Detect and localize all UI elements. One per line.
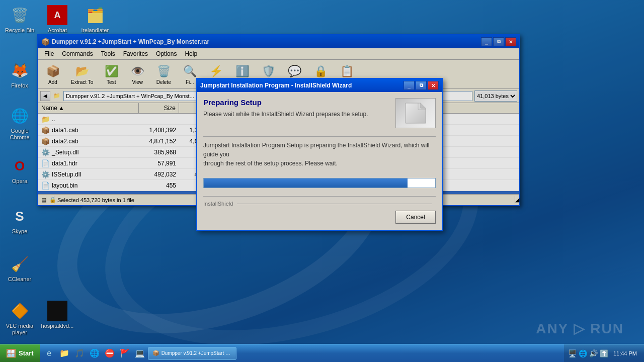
menu-favorites[interactable]: Favorites bbox=[119, 49, 152, 58]
progress-container bbox=[203, 178, 436, 188]
tray-volume-icon[interactable]: 🔊 bbox=[589, 349, 598, 357]
winrar-title: Dumpper v.91.2 +JumpStart + WinPcap_By M… bbox=[52, 38, 481, 45]
anyrun-watermark: ANY ▷ RUN bbox=[536, 320, 624, 337]
start-button[interactable]: 🪟 Start bbox=[0, 344, 40, 362]
cancel-button[interactable]: Cancel bbox=[395, 211, 436, 224]
desktop-icon-ccleaner[interactable]: 🧹 CCleaner bbox=[3, 254, 37, 283]
taskbar-folder-icon[interactable]: 📁 bbox=[57, 346, 71, 360]
file-icon: 📦 bbox=[41, 126, 50, 134]
protect-icon: 🔒 bbox=[312, 63, 329, 79]
file-icon: 📁 bbox=[41, 115, 50, 123]
file-icon: ⚙️ bbox=[41, 148, 50, 156]
nav-back-button[interactable]: ◀ bbox=[40, 91, 50, 101]
menu-help[interactable]: Help bbox=[181, 49, 201, 58]
add-label: Add bbox=[48, 79, 57, 85]
firefox-icon: 🦊 bbox=[10, 60, 30, 80]
file-name-text: _Setup.dll bbox=[52, 149, 78, 156]
winrar-minimize-button[interactable]: _ bbox=[481, 37, 492, 46]
dialog-body: Preparing Setup Please wait while the In… bbox=[197, 92, 442, 230]
file-name-text: layout.bin bbox=[52, 182, 77, 189]
dialog-description: Jumpstart Installation Program Setup is … bbox=[203, 141, 436, 168]
toolbar-test-button[interactable]: ✅ Test bbox=[99, 61, 124, 87]
progress-bar-bg bbox=[203, 178, 436, 188]
progress-bar-fill bbox=[204, 178, 408, 188]
file-name-cell: 📦 data2.cab bbox=[38, 136, 139, 146]
desktop-icon-recycle-bin[interactable]: 🗑️ Recycle Bin bbox=[3, 5, 37, 34]
status-resize[interactable]: ◢ bbox=[515, 197, 519, 203]
toolbar-delete-button[interactable]: 🗑️ Delete bbox=[151, 61, 176, 87]
toolbar-add-button[interactable]: 📦 Add bbox=[40, 61, 65, 87]
taskbar-ie-icon[interactable]: e bbox=[42, 346, 56, 360]
footer-line bbox=[237, 204, 432, 204]
file-size-cell: 455 bbox=[139, 181, 179, 190]
menu-tools[interactable]: Tools bbox=[97, 49, 119, 58]
winrar-titlebar[interactable]: 📦 Dumpper v.91.2 +JumpStart + WinPcap_By… bbox=[38, 35, 519, 48]
tray-arrow-icon[interactable]: ⬆️ bbox=[600, 349, 608, 357]
col-header-size[interactable]: Size bbox=[139, 103, 179, 113]
toolbar-view-button[interactable]: 👁️ View bbox=[125, 61, 150, 87]
sfx-icon: 📋 bbox=[339, 63, 355, 79]
dialog-header: Preparing Setup Please wait while the In… bbox=[203, 98, 436, 128]
desktop-icon-hospitaldvd[interactable]: hospitaldvd... bbox=[40, 301, 74, 329]
system-tray: 🖥️ 🌐 🔊 ⬆️ 11:44 PM bbox=[564, 344, 644, 362]
file-name-cell: 📄 layout.bin bbox=[38, 180, 139, 191]
file-name-cell: 📦 data1.cab bbox=[38, 125, 139, 135]
extract-icon: 📂 bbox=[74, 63, 90, 79]
file-name-text: data2.cab bbox=[52, 138, 78, 145]
taskbar: 🪟 Start e 📁 🎵 🌐 ⛔ 🚩 💻 bbox=[0, 344, 644, 362]
installshield-label: InstallShield bbox=[203, 201, 233, 207]
recycle-bin-icon: 🗑️ bbox=[10, 5, 30, 25]
desktop-icon-vlc[interactable]: 🔶 VLC media player bbox=[3, 301, 37, 336]
taskbar-media-icon[interactable]: 🎵 bbox=[72, 346, 87, 360]
tray-network-icon[interactable]: 🌐 bbox=[579, 349, 587, 357]
desktop-icon-opera[interactable]: O Opera bbox=[3, 156, 37, 185]
dialog-close-button[interactable]: ✕ bbox=[428, 81, 439, 90]
desktop-icon-acrobat[interactable]: A Acrobat bbox=[40, 5, 74, 34]
ccleaner-icon: 🧹 bbox=[10, 254, 30, 274]
menu-options[interactable]: Options bbox=[152, 49, 181, 58]
dialog-heading: Preparing Setup bbox=[203, 98, 395, 107]
file-name-text: data1.cab bbox=[52, 127, 78, 134]
winrar-taskbar-task[interactable]: 📦 Dumpper v.91.2 +JumpStart + WinPcap_By… bbox=[148, 347, 236, 360]
firefox-label: Firefox bbox=[3, 82, 37, 89]
desktop-icon-skype[interactable]: S Skype bbox=[3, 206, 37, 235]
taskbar-antivirus-icon[interactable]: ⛔ bbox=[103, 346, 117, 360]
dialog-text: Preparing Setup Please wait while the In… bbox=[203, 98, 395, 128]
add-icon: 📦 bbox=[45, 63, 61, 79]
col-header-name[interactable]: Name ▲ bbox=[38, 103, 139, 113]
delete-label: Delete bbox=[156, 79, 171, 85]
desktop-icon-irelandlater[interactable]: 🗂️ irelandlater bbox=[78, 5, 112, 34]
dialog-controls: _ ⧉ ✕ bbox=[404, 81, 439, 90]
menu-commands[interactable]: Commands bbox=[58, 49, 97, 58]
menu-file[interactable]: File bbox=[40, 49, 58, 58]
info-icon: ℹ️ bbox=[234, 63, 250, 79]
address-text: Dumpper v.91.2 +JumpStart + WinPcap_By M… bbox=[66, 93, 194, 99]
wizard-icon: ⚡ bbox=[208, 63, 224, 79]
file-icon: 💻 bbox=[41, 193, 50, 195]
size-dropdown[interactable]: 41,013 bytes bbox=[474, 90, 517, 102]
view-icon: 👁️ bbox=[129, 63, 145, 79]
desktop-icon-chrome[interactable]: 🌐 Google Chrome bbox=[3, 106, 37, 141]
file-size-cell: 492,032 bbox=[139, 170, 179, 179]
file-name-cell: 💻 setup.exe bbox=[38, 192, 139, 195]
desktop-icon-firefox[interactable]: 🦊 Firefox bbox=[3, 60, 37, 89]
dialog-restore-button[interactable]: ⧉ bbox=[416, 81, 427, 90]
taskbar-chrome-icon[interactable]: 🌐 bbox=[88, 346, 102, 360]
toolbar-extract-button[interactable]: 📂 Extract To bbox=[66, 61, 98, 87]
file-size-cell: 57,991 bbox=[139, 159, 179, 168]
taskbar-cmd-icon[interactable]: 💻 bbox=[133, 346, 147, 360]
find-icon: 🔍 bbox=[182, 63, 198, 79]
dialog-minimize-button[interactable]: _ bbox=[404, 81, 415, 90]
winrar-restore-button[interactable]: ⧉ bbox=[493, 37, 504, 46]
file-name-text: ISSetup.dll bbox=[52, 171, 81, 178]
winrar-close-button[interactable]: ✕ bbox=[505, 37, 516, 46]
dialog-title: Jumpstart Installation Program - Install… bbox=[200, 82, 404, 89]
ie-icon: e bbox=[47, 349, 51, 358]
recycle-bin-label: Recycle Bin bbox=[3, 27, 37, 34]
delete-icon: 🗑️ bbox=[155, 63, 172, 79]
tray-monitor-icon[interactable]: 🖥️ bbox=[568, 349, 577, 357]
file-size-cell: 385,968 bbox=[139, 148, 179, 157]
taskbar-flag-icon[interactable]: 🚩 bbox=[118, 346, 132, 360]
winrar-task-label: Dumpper v.91.2 +JumpStart + WinPcap_By M… bbox=[162, 350, 232, 356]
file-icon: 📄 bbox=[41, 159, 50, 167]
